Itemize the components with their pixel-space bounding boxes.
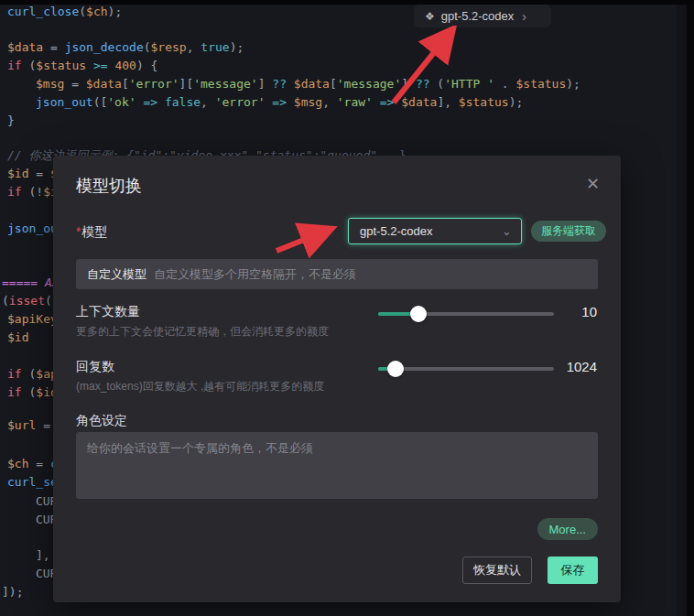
code-line: if ($id (7, 384, 58, 401)
context-count-description: 更多的上下文会使记忆更精确，但会消耗更多的额度 (76, 324, 329, 340)
code-line: curl_close($ch); (7, 4, 122, 20)
model-switcher-label: gpt-5.2-codex (441, 9, 515, 23)
model-switcher-button[interactable]: ❖ gpt-5.2-codex › (414, 5, 551, 27)
code-line: if ($ap (7, 366, 58, 383)
chevron-down-icon: ⌄ (502, 224, 512, 238)
code-line: json_ou (7, 221, 58, 237)
restore-default-button[interactable]: 恢复默认 (462, 557, 532, 584)
reply-slider-value: 1024 (567, 359, 597, 374)
code-line: } (7, 113, 15, 129)
code-line: ===== AJ (2, 275, 60, 291)
role-setting-textarea[interactable]: 给你的会话设置一个专属的角色，不是必须 (76, 432, 598, 499)
reply-count-label: 回复数 (76, 359, 114, 375)
code-line: $msg = $data['error']['message'] ?? $dat… (36, 76, 580, 92)
code-line: if ($status >= 400) { (7, 58, 157, 74)
code-line: $id (7, 330, 28, 346)
custom-model-prefix: 自定义模型 (87, 266, 146, 283)
code-line: ]); (2, 584, 23, 600)
chevron-right-icon: › (522, 9, 526, 24)
model-field-label: *模型 (76, 224, 107, 241)
slider-thumb[interactable] (387, 361, 404, 377)
required-mark: * (76, 224, 81, 239)
code-line: $data = json_decode($resp, true); (7, 39, 244, 56)
dialog-title: 模型切换 (76, 175, 142, 197)
save-button[interactable]: 保存 (548, 557, 598, 584)
context-slider[interactable] (378, 306, 554, 322)
model-icon: ❖ (425, 10, 435, 23)
close-icon[interactable]: ✕ (586, 176, 600, 192)
code-line: if (!$i (7, 184, 58, 200)
reply-count-description: (max_tokens)回复数越大 ,越有可能消耗更多的额度 (76, 379, 324, 394)
code-line: $ch = c (7, 456, 58, 472)
reply-slider[interactable] (378, 361, 554, 377)
model-switch-dialog: 模型切换 ✕ *模型 gpt-5.2-codex ⌄ 服务端获取 自定义模型 自… (53, 156, 621, 602)
more-button[interactable]: More... (537, 518, 598, 540)
code-line: ], (36, 547, 50, 564)
context-slider-value: 10 (581, 304, 597, 319)
code-line: $url = (7, 417, 58, 434)
annotation-arrow-select (269, 222, 339, 258)
code-line: $id = $ (7, 166, 58, 182)
custom-model-placeholder: 自定义模型多个用空格隔开，不是必须 (154, 266, 356, 283)
model-select[interactable]: gpt-5.2-codex ⌄ (348, 218, 522, 244)
code-line: curl_se (7, 474, 58, 491)
code-line: $apiKey (7, 311, 58, 328)
context-count-label: 上下文数量 (76, 304, 140, 320)
model-select-value: gpt-5.2-codex (360, 224, 433, 238)
slider-track (378, 367, 554, 371)
code-line: json_out(['ok' => false, 'error' => $msg… (36, 94, 523, 111)
slider-thumb[interactable] (410, 306, 427, 322)
custom-model-input[interactable]: 自定义模型 自定义模型多个用空格隔开，不是必须 (76, 259, 598, 289)
fetch-from-server-button[interactable]: 服务端获取 (531, 221, 606, 242)
role-setting-label: 角色设定 (76, 413, 127, 429)
code-line: (isset($ (2, 293, 60, 309)
